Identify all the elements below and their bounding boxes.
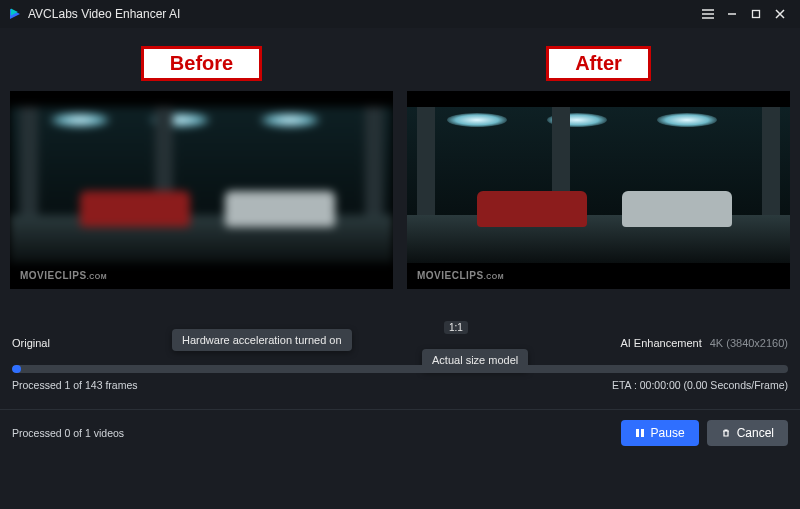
frame-progress-text: Processed 1 of 143 frames bbox=[12, 379, 137, 391]
pause-icon bbox=[635, 428, 645, 438]
video-progress-text: Processed 0 of 1 videos bbox=[12, 427, 124, 439]
ratio-badge[interactable]: 1:1 bbox=[444, 321, 468, 334]
watermark: MOVIECLIPS.COM bbox=[417, 270, 504, 281]
watermark-suffix: .COM bbox=[87, 273, 107, 280]
svg-rect-4 bbox=[641, 429, 644, 437]
bottom-row: Processed 0 of 1 videos Pause Cancel bbox=[12, 420, 788, 446]
titlebar: AVCLabs Video Enhancer AI bbox=[0, 0, 800, 28]
app-title: AVCLabs Video Enhancer AI bbox=[28, 7, 180, 21]
before-tag: Before bbox=[141, 46, 262, 81]
watermark: MOVIECLIPS.COM bbox=[20, 270, 107, 281]
after-panel: After MOVIECLIPS.COM bbox=[407, 46, 790, 289]
cancel-label: Cancel bbox=[737, 426, 774, 440]
minimize-button[interactable] bbox=[720, 4, 744, 24]
eta-text: ETA : 00:00:00 (0.00 Seconds/Frame) bbox=[612, 379, 788, 391]
watermark-brand: MOVIECLIPS bbox=[20, 270, 87, 281]
output-resolution: 4K (3840x2160) bbox=[710, 337, 788, 349]
frame-progress bbox=[12, 365, 788, 373]
close-button[interactable] bbox=[768, 4, 792, 24]
compare-area: Before MOVIECLIPS.COM After bbox=[10, 46, 790, 289]
before-panel: Before MOVIECLIPS.COM bbox=[10, 46, 393, 289]
frame-progress-fill bbox=[12, 365, 21, 373]
after-tag: After bbox=[546, 46, 651, 81]
svg-rect-2 bbox=[753, 11, 760, 18]
ai-enhancement-label: AI Enhancement bbox=[620, 337, 701, 349]
menu-button[interactable] bbox=[696, 4, 720, 24]
pause-button[interactable]: Pause bbox=[621, 420, 699, 446]
maximize-button[interactable] bbox=[744, 4, 768, 24]
divider bbox=[0, 409, 800, 410]
cancel-button[interactable]: Cancel bbox=[707, 420, 788, 446]
before-preview[interactable]: MOVIECLIPS.COM bbox=[10, 91, 393, 289]
svg-rect-3 bbox=[636, 429, 639, 437]
original-label: Original bbox=[12, 337, 50, 349]
app-logo-icon bbox=[8, 7, 22, 21]
watermark-suffix: .COM bbox=[484, 273, 504, 280]
watermark-brand: MOVIECLIPS bbox=[417, 270, 484, 281]
frame-progress-info: Processed 1 of 143 frames ETA : 00:00:00… bbox=[12, 379, 788, 391]
frame-progress-bar[interactable] bbox=[12, 365, 788, 373]
info-row: Original 1:1 Hardware acceleration turne… bbox=[12, 327, 788, 359]
pause-label: Pause bbox=[651, 426, 685, 440]
tooltip-hw-accel: Hardware acceleration turned on bbox=[172, 329, 352, 351]
after-preview[interactable]: MOVIECLIPS.COM bbox=[407, 91, 790, 289]
trash-icon bbox=[721, 428, 731, 438]
